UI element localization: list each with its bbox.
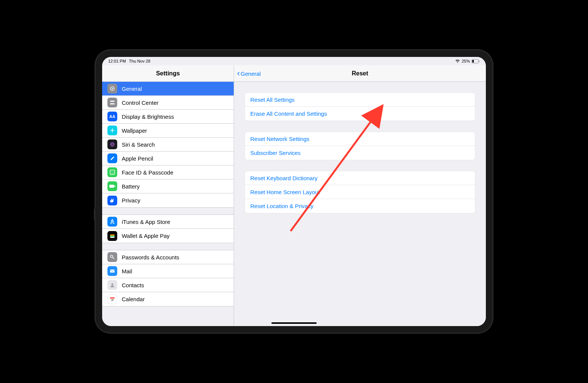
svg-rect-20 <box>110 234 115 236</box>
hand-icon <box>107 196 117 205</box>
reset-home-layout[interactable]: Reset Home Screen Layout <box>245 185 475 199</box>
sidebar-item-label: Passwords & Accounts <box>122 254 179 260</box>
appstore-icon <box>107 217 117 227</box>
toggles-icon <box>107 98 117 107</box>
chevron-left-icon: ‹ <box>237 69 240 78</box>
detail-header: ‹ General Reset <box>234 65 486 82</box>
svg-rect-25 <box>110 297 115 299</box>
svg-point-12 <box>110 142 114 146</box>
flower-icon <box>107 126 117 135</box>
sidebar-item-siri[interactable]: Siri & Search <box>102 138 234 152</box>
sidebar-item-contacts[interactable]: Contacts <box>102 278 234 292</box>
svg-rect-6 <box>110 103 115 104</box>
sidebar-item-label: Battery <box>122 183 140 190</box>
svg-point-10 <box>112 132 113 133</box>
svg-point-8 <box>112 129 113 130</box>
status-bar: 12:01 PM Thu Nov 28 25% <box>102 57 486 65</box>
svg-rect-18 <box>115 185 115 187</box>
sidebar-item-label: iTunes & App Store <box>122 219 170 225</box>
sidebar-item-apple-pencil[interactable]: Apple Pencil <box>102 152 234 165</box>
svg-point-24 <box>112 283 113 285</box>
detail-title: Reset <box>352 70 368 77</box>
sidebar-item-general[interactable]: General <box>102 82 234 96</box>
sidebar-item-label: Siri & Search <box>122 141 155 148</box>
back-label: General <box>240 70 260 77</box>
sidebar-item-mail[interactable]: Mail <box>102 264 234 278</box>
sidebar-item-label: Face ID & Passcode <box>122 169 173 176</box>
svg-point-16 <box>113 172 113 172</box>
svg-point-7 <box>112 130 113 131</box>
svg-point-15 <box>111 172 112 172</box>
sidebar-item-label: Calendar <box>122 296 145 302</box>
svg-rect-2 <box>479 60 480 62</box>
reset-all-settings[interactable]: Reset All Settings <box>245 93 475 107</box>
sidebar-item-label: Contacts <box>122 282 144 288</box>
sidebar-title: Settings <box>102 65 234 82</box>
battery-percent: 25% <box>462 59 470 63</box>
detail-pane: ‹ General Reset Reset All Settings Erase… <box>234 65 486 326</box>
sidebar-item-wallet[interactable]: Wallet & Apple Pay <box>102 229 234 243</box>
svg-rect-5 <box>110 101 115 102</box>
sidebar-item-itunes[interactable]: iTunes & App Store <box>102 215 234 229</box>
sidebar-group-2: iTunes & App Store Wallet & Apple Pay <box>102 214 234 243</box>
sidebar: Settings General Control Center AA Displ… <box>102 65 234 326</box>
wifi-icon <box>455 59 460 63</box>
reset-network[interactable]: Reset Network Settings <box>245 132 475 146</box>
sidebar-item-privacy[interactable]: Privacy <box>102 193 234 207</box>
mail-icon <box>107 266 117 276</box>
sidebar-item-label: Privacy <box>122 197 140 204</box>
back-button[interactable]: ‹ General <box>237 65 261 82</box>
key-icon <box>107 252 117 262</box>
reset-group-1: Reset All Settings Erase All Content and… <box>245 92 475 121</box>
subscriber-services[interactable]: Subscriber Services <box>245 146 475 160</box>
screen: 12:01 PM Thu Nov 28 25% Settings <box>102 57 486 326</box>
calendar-icon: 28 <box>107 294 117 304</box>
gear-icon <box>107 84 117 93</box>
sidebar-item-label: Apple Pencil <box>122 155 153 162</box>
battery-icon <box>472 59 480 63</box>
sidebar-group-1: General Control Center AA Display & Brig… <box>102 82 234 208</box>
wallet-icon <box>107 231 117 241</box>
sidebar-item-label: Display & Brightness <box>122 113 174 120</box>
sidebar-item-label: Wallet & Apple Pay <box>122 233 170 239</box>
sidebar-item-faceid[interactable]: Face ID & Passcode <box>102 165 234 179</box>
sidebar-item-battery[interactable]: Battery <box>102 179 234 193</box>
erase-all-content[interactable]: Erase All Content and Settings <box>245 107 475 121</box>
sidebar-item-label: Wallpaper <box>122 127 147 134</box>
reset-location-privacy[interactable]: Reset Location & Privacy <box>245 199 475 213</box>
sidebar-item-label: Control Center <box>122 100 159 106</box>
svg-point-9 <box>113 130 115 131</box>
sidebar-item-label: Mail <box>122 268 132 274</box>
status-date: Thu Nov 28 <box>129 59 150 63</box>
home-indicator[interactable] <box>271 322 317 324</box>
faceid-icon <box>107 167 117 177</box>
battery-icon <box>107 181 117 191</box>
svg-rect-17 <box>109 185 114 188</box>
sidebar-group-3: Passwords & Accounts Mail Contacts 28 Ca… <box>102 250 234 306</box>
siri-icon <box>107 139 117 149</box>
sidebar-item-wallpaper[interactable]: Wallpaper <box>102 124 234 138</box>
text-size-icon: AA <box>107 112 117 121</box>
svg-rect-1 <box>472 60 474 63</box>
svg-point-4 <box>112 88 113 89</box>
contacts-icon <box>107 280 117 290</box>
svg-rect-23 <box>110 270 115 273</box>
svg-rect-14 <box>110 170 115 175</box>
sidebar-item-control-center[interactable]: Control Center <box>102 96 234 110</box>
sidebar-item-label: General <box>122 86 142 92</box>
reset-keyboard[interactable]: Reset Keyboard Dictionary <box>245 171 475 185</box>
svg-point-13 <box>112 144 113 146</box>
svg-point-11 <box>110 130 112 131</box>
sidebar-item-calendar[interactable]: 28 Calendar <box>102 292 234 306</box>
svg-rect-21 <box>110 236 115 237</box>
reset-group-3: Reset Keyboard Dictionary Reset Home Scr… <box>245 171 475 213</box>
side-button <box>94 208 95 220</box>
pencil-icon <box>107 153 117 163</box>
status-time: 12:01 PM <box>108 59 126 63</box>
reset-group-2: Reset Network Settings Subscriber Servic… <box>245 132 475 160</box>
ipad-frame: 12:01 PM Thu Nov 28 25% Settings <box>95 50 493 333</box>
svg-text:28: 28 <box>111 299 114 301</box>
sidebar-item-passwords[interactable]: Passwords & Accounts <box>102 250 234 264</box>
sidebar-item-display[interactable]: AA Display & Brightness <box>102 110 234 124</box>
